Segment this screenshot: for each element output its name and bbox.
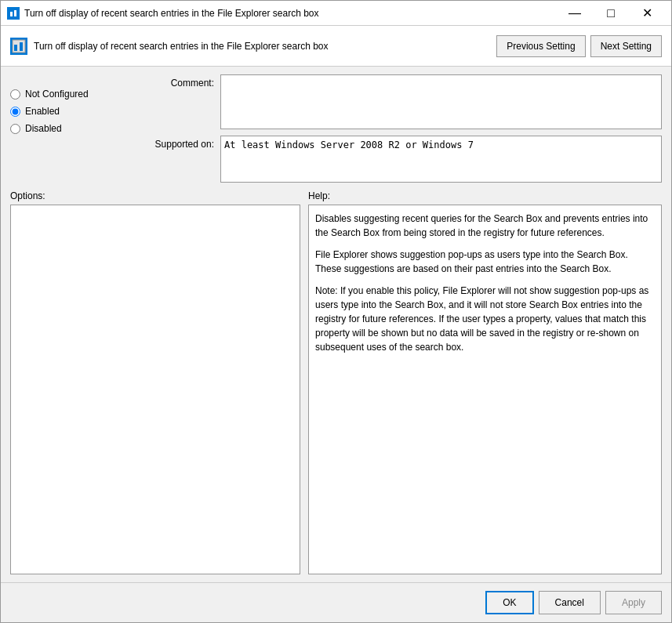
comment-textarea[interactable]	[220, 74, 662, 129]
window-icon	[7, 7, 20, 20]
options-box	[10, 205, 300, 574]
svg-rect-1	[10, 12, 13, 16]
maximize-button[interactable]: □	[593, 1, 629, 26]
svg-rect-4	[14, 45, 17, 51]
supported-textarea	[220, 136, 662, 183]
title-bar: Turn off display of recent search entrie…	[1, 1, 671, 26]
fields-section: Comment: Supported on:	[136, 74, 662, 183]
header-title-area: Turn off display of recent search entrie…	[10, 38, 496, 55]
close-button[interactable]: ✕	[629, 1, 665, 26]
apply-button[interactable]: Apply	[605, 591, 662, 614]
help-paragraph-1: Disables suggesting recent queries for t…	[315, 212, 655, 240]
content-area: Not Configured Enabled Disabled Comment:	[1, 67, 671, 582]
title-bar-buttons: — □ ✕	[557, 1, 665, 26]
enabled-label: Enabled	[25, 106, 60, 117]
not-configured-radio[interactable]	[10, 89, 20, 100]
previous-setting-button[interactable]: Previous Setting	[496, 35, 585, 57]
help-pane: Help: Disables suggesting recent queries…	[308, 190, 662, 574]
not-configured-label: Not Configured	[25, 89, 89, 100]
policy-icon	[10, 38, 27, 55]
top-section: Not Configured Enabled Disabled Comment:	[10, 74, 662, 183]
window-title: Turn off display of recent search entrie…	[24, 8, 557, 19]
help-label: Help:	[308, 190, 662, 201]
cancel-button[interactable]: Cancel	[539, 591, 601, 614]
header-nav-buttons: Previous Setting Next Setting	[496, 35, 662, 57]
svg-rect-0	[9, 9, 18, 18]
help-paragraph-3: Note: If you enable this policy, File Ex…	[315, 284, 655, 354]
disabled-option[interactable]: Disabled	[10, 123, 136, 134]
supported-label: Supported on:	[136, 136, 214, 150]
disabled-label: Disabled	[25, 123, 62, 134]
main-window: Turn off display of recent search entrie…	[0, 0, 672, 623]
help-box: Disables suggesting recent queries for t…	[308, 205, 662, 574]
next-setting-button[interactable]: Next Setting	[590, 35, 662, 57]
header-bar: Turn off display of recent search entrie…	[1, 26, 671, 67]
not-configured-option[interactable]: Not Configured	[10, 89, 136, 100]
enabled-radio[interactable]	[10, 107, 20, 117]
bottom-section: Options: Help: Disables suggesting recen…	[10, 190, 662, 574]
radio-section: Not Configured Enabled Disabled	[10, 74, 136, 183]
enabled-option[interactable]: Enabled	[10, 106, 136, 117]
footer: OK Cancel Apply	[1, 582, 671, 622]
supported-row: Supported on:	[136, 136, 662, 183]
svg-rect-5	[20, 42, 23, 51]
comment-row: Comment:	[136, 74, 662, 129]
minimize-button[interactable]: —	[557, 1, 593, 26]
help-paragraph-2: File Explorer shows suggestion pop-ups a…	[315, 248, 655, 276]
svg-rect-2	[14, 10, 16, 16]
ok-button[interactable]: OK	[485, 591, 533, 614]
options-pane: Options:	[10, 190, 300, 574]
comment-label: Comment:	[136, 74, 214, 89]
header-title: Turn off display of recent search entrie…	[34, 41, 329, 52]
options-label: Options:	[10, 190, 300, 201]
disabled-radio[interactable]	[10, 124, 20, 134]
